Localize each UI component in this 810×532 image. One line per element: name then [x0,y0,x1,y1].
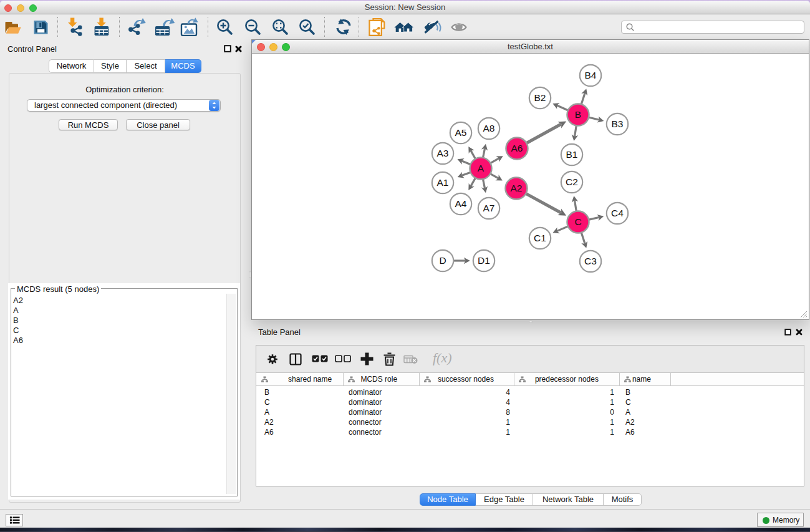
svg-text:B2: B2 [534,92,546,103]
svg-text:B: B [575,109,581,120]
svg-text:A2: A2 [511,183,523,193]
svg-text:A8: A8 [483,123,495,133]
svg-text:C4: C4 [611,208,624,218]
svg-text:D1: D1 [478,255,490,266]
svg-text:A6: A6 [511,143,523,153]
svg-text:A3: A3 [437,148,449,158]
svg-text:B3: B3 [612,118,624,129]
svg-text:A: A [478,163,485,173]
svg-text:C2: C2 [566,177,578,187]
svg-text:A1: A1 [437,177,449,188]
svg-text:C1: C1 [534,233,546,243]
svg-text:A7: A7 [483,203,495,213]
svg-text:A4: A4 [455,198,467,209]
svg-text:C: C [574,216,581,227]
svg-text:B4: B4 [585,70,597,80]
svg-text:B1: B1 [566,149,578,160]
svg-text:A5: A5 [455,127,467,138]
svg-text:C3: C3 [584,256,597,266]
svg-text:D: D [439,255,446,266]
